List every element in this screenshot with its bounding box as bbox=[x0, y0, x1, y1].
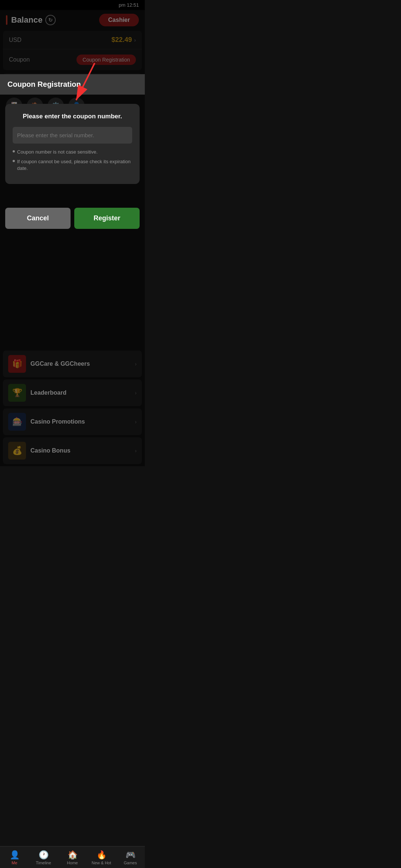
action-buttons: Cancel Register bbox=[5, 208, 140, 229]
serial-number-input[interactable] bbox=[13, 127, 132, 144]
register-button[interactable]: Register bbox=[74, 208, 140, 229]
hint-text-2: If coupon cannot be used, please check i… bbox=[17, 158, 132, 172]
hint-text-1: Coupon number is not case sensitive. bbox=[17, 149, 98, 155]
hint-dot-2 bbox=[13, 160, 15, 162]
hint-item-2: If coupon cannot be used, please check i… bbox=[13, 158, 132, 172]
hint-list: Coupon number is not case sensitive. If … bbox=[13, 149, 132, 172]
hint-dot-1 bbox=[13, 150, 15, 152]
dialog-title: Please enter the coupon number. bbox=[13, 113, 132, 120]
arrow-annotation bbox=[65, 59, 110, 108]
hint-item-1: Coupon number is not case sensitive. bbox=[13, 149, 132, 155]
cancel-button[interactable]: Cancel bbox=[5, 208, 71, 229]
coupon-dialog: Please enter the coupon number. Coupon n… bbox=[5, 104, 140, 184]
svg-line-1 bbox=[76, 63, 95, 100]
